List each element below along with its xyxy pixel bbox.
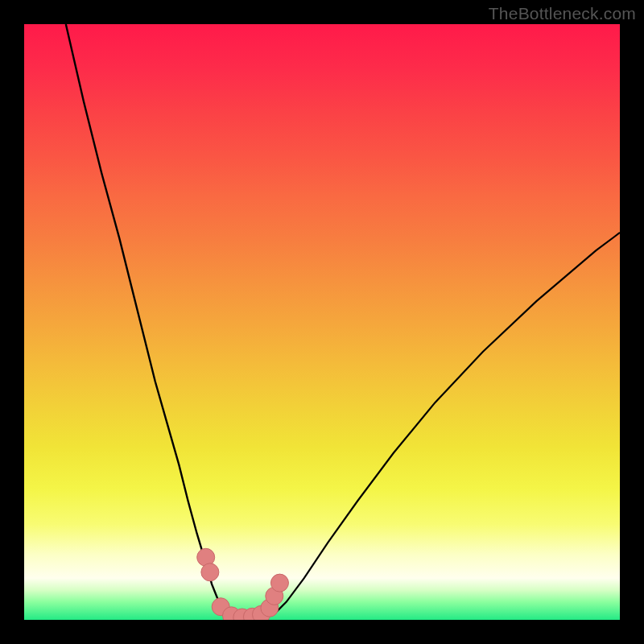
valley-markers-group — [197, 548, 289, 620]
chart-frame: TheBottleneck.com — [0, 0, 644, 644]
valley-marker — [270, 574, 288, 592]
valley-marker — [201, 564, 219, 581]
left-curve — [66, 24, 229, 617]
chart-svg — [24, 24, 620, 620]
right-curve — [275, 233, 620, 614]
plot-area — [24, 24, 620, 620]
watermark-text: TheBottleneck.com — [489, 4, 636, 23]
